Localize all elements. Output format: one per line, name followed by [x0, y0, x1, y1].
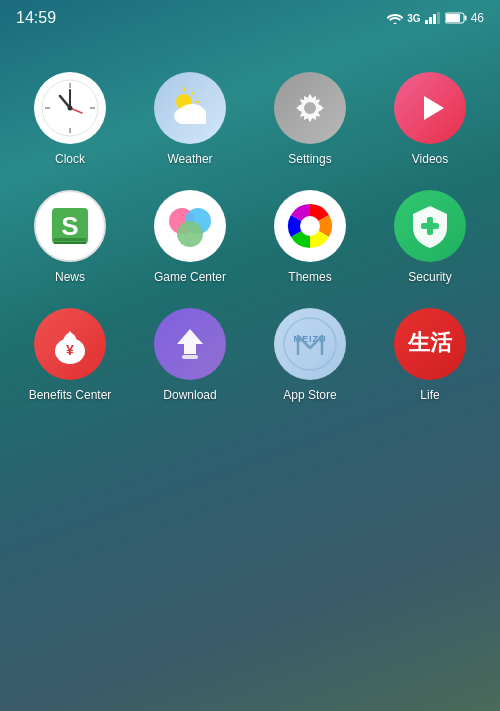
app-item-themes[interactable]: Themes	[250, 180, 370, 298]
app-icon-weather	[154, 72, 226, 144]
svg-point-36	[177, 221, 203, 247]
app-item-gamecenter[interactable]: Game Center	[130, 180, 250, 298]
app-item-news[interactable]: S News	[10, 180, 130, 298]
signal-icon	[425, 12, 441, 24]
svg-line-19	[192, 93, 193, 94]
app-icon-download	[154, 308, 226, 380]
status-icons: 3G 46	[387, 11, 484, 25]
app-item-clock[interactable]: Clock	[10, 62, 130, 180]
app-icon-settings	[274, 72, 346, 144]
svg-rect-39	[421, 223, 439, 229]
battery-icon	[445, 12, 467, 24]
app-item-security[interactable]: Security	[370, 180, 490, 298]
app-label-appstore: App Store	[283, 388, 336, 402]
app-label-benefits: Benefits Center	[29, 388, 112, 402]
svg-rect-32	[54, 238, 86, 241]
app-icon-benefits: ¥	[34, 308, 106, 380]
network-type: 3G	[407, 13, 420, 24]
app-item-download[interactable]: Download	[130, 298, 250, 416]
app-item-settings[interactable]: Settings	[250, 62, 370, 180]
app-label-life: Life	[420, 388, 439, 402]
app-icon-news: S	[34, 190, 106, 262]
app-item-appstore[interactable]: MEIZU App Store	[250, 298, 370, 416]
themes-svg	[280, 196, 340, 256]
app-item-benefits[interactable]: ¥ Benefits Center	[10, 298, 130, 416]
svg-text:S: S	[61, 211, 78, 241]
weather-svg	[162, 80, 218, 136]
download-svg	[165, 319, 215, 369]
app-icon-life: 生活	[394, 308, 466, 380]
app-label-download: Download	[163, 388, 216, 402]
benefits-svg: ¥	[45, 319, 95, 369]
app-item-videos[interactable]: Videos	[370, 62, 490, 180]
status-time: 14:59	[16, 9, 56, 27]
life-svg: 生活	[400, 314, 460, 374]
svg-rect-33	[54, 242, 86, 244]
svg-point-15	[68, 106, 73, 111]
svg-rect-0	[425, 20, 428, 24]
gear-svg	[288, 86, 332, 130]
app-label-clock: Clock	[55, 152, 85, 166]
svg-rect-5	[464, 16, 466, 21]
svg-text:生活: 生活	[407, 330, 453, 355]
app-item-life[interactable]: 生活 Life	[370, 298, 490, 416]
status-bar: 14:59 3G 46	[0, 0, 500, 32]
app-label-security: Security	[408, 270, 451, 284]
svg-point-45	[284, 318, 336, 370]
app-icon-security	[394, 190, 466, 262]
svg-rect-43	[182, 355, 198, 359]
app-item-weather[interactable]: Weather	[130, 62, 250, 180]
app-label-themes: Themes	[288, 270, 331, 284]
videos-svg	[410, 88, 450, 128]
svg-rect-6	[446, 14, 460, 22]
svg-rect-23	[180, 116, 206, 124]
svg-rect-2	[433, 14, 436, 24]
svg-rect-3	[437, 12, 440, 24]
app-label-weather: Weather	[167, 152, 212, 166]
app-label-videos: Videos	[412, 152, 448, 166]
security-svg	[405, 201, 455, 251]
app-icon-themes	[274, 190, 346, 262]
appstore-svg: MEIZU	[280, 314, 340, 374]
app-icon-gamecenter	[154, 190, 226, 262]
app-icon-appstore: MEIZU	[274, 308, 346, 380]
app-icon-videos	[394, 72, 466, 144]
svg-point-28	[304, 102, 316, 114]
app-icon-clock	[34, 72, 106, 144]
app-grid: Clock Weather	[0, 42, 500, 436]
app-label-news: News	[55, 270, 85, 284]
svg-marker-42	[177, 329, 203, 354]
clock-face	[40, 78, 100, 138]
gamecenter-svg	[160, 196, 220, 256]
svg-text:¥: ¥	[66, 342, 74, 358]
svg-marker-29	[424, 96, 444, 120]
app-label-gamecenter: Game Center	[154, 270, 226, 284]
svg-point-37	[300, 216, 320, 236]
wifi-icon	[387, 12, 403, 24]
battery-level: 46	[471, 11, 484, 25]
svg-rect-1	[429, 17, 432, 24]
app-label-settings: Settings	[288, 152, 331, 166]
news-svg: S	[44, 200, 96, 252]
